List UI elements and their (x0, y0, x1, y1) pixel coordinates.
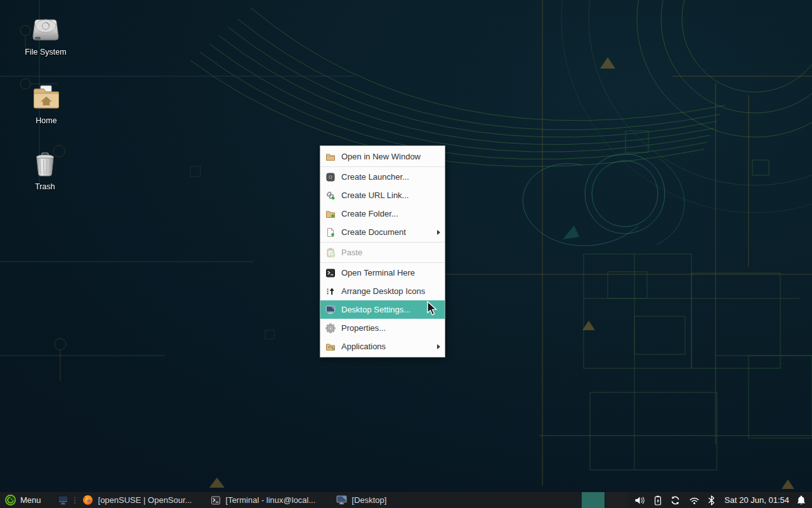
wifi-icon[interactable] (689, 495, 700, 505)
show-desktop-button[interactable] (56, 492, 70, 508)
menu-separator (320, 166, 445, 167)
menu-item-open-terminal-here[interactable]: Open Terminal Here (320, 264, 445, 282)
clock[interactable]: Sat 20 Jun, 01:54 (724, 495, 789, 505)
gear-icon (325, 323, 336, 333)
url-link-icon (325, 190, 336, 201)
workspace-2[interactable] (605, 492, 627, 508)
taskbar-window-firefox[interactable]: [openSUSE | OpenSour... (79, 492, 206, 508)
desktop-icon-trash[interactable]: Trash (15, 150, 75, 191)
menu-item-label: Open in New Window (341, 152, 421, 161)
menu-item-create-launcher[interactable]: Create Launcher... (320, 168, 445, 186)
bluetooth-icon[interactable] (708, 495, 715, 505)
applications-icon (325, 342, 336, 352)
menu-item-label: Create Folder... (341, 209, 398, 218)
panel-handle[interactable] (74, 497, 75, 504)
menu-item-label: Properties... (341, 323, 386, 333)
menu-item-label: Applications (341, 342, 386, 351)
menu-item-create-folder[interactable]: Create Folder... (320, 204, 445, 223)
document-new-icon (325, 227, 336, 237)
menu-item-open-in-new-window[interactable]: Open in New Window (320, 147, 445, 166)
sync-icon[interactable] (670, 495, 681, 505)
submenu-arrow-icon (437, 230, 440, 235)
workspace-1[interactable] (582, 492, 605, 508)
terminal-icon (211, 495, 221, 505)
menu-item-properties[interactable]: Properties... (320, 319, 445, 337)
folder-open-icon (325, 152, 336, 162)
firefox-icon (82, 495, 93, 505)
menu-item-label: Open Terminal Here (341, 268, 415, 277)
menu-separator (320, 262, 445, 263)
mouse-cursor (426, 301, 441, 318)
desktop-icon (336, 495, 347, 505)
display-icon (325, 305, 336, 315)
menu-item-label: Create URL Link... (341, 190, 409, 200)
desktop-icon-home[interactable]: Home (16, 83, 77, 125)
desktop-icon-label: Trash (15, 182, 75, 191)
menu-item-create-document[interactable]: Create Document (320, 223, 445, 241)
window-title: [openSUSE | OpenSour... (98, 495, 192, 505)
hard-drive-icon (30, 14, 61, 44)
menu-item-label: Create Document (341, 227, 406, 237)
trash-can-icon (30, 150, 60, 179)
taskbar-right-cluster: Sat 20 Jun, 01:54 (582, 492, 812, 508)
menu-separator (320, 242, 445, 243)
menu-item-label: Arrange Desktop Icons (341, 286, 425, 296)
window-title: [Terminal - linux@local... (226, 495, 316, 505)
taskbar: Menu [openSUSE | OpenSour... (0, 492, 812, 508)
submenu-arrow-icon (437, 344, 440, 349)
arrange-icons-icon (325, 286, 336, 297)
menu-item-label: Create Launcher... (341, 172, 409, 182)
volume-icon[interactable] (634, 495, 646, 505)
battery-charging-icon[interactable] (654, 495, 662, 505)
system-tray (634, 495, 715, 505)
launcher-icon (325, 172, 336, 182)
terminal-icon (325, 268, 336, 278)
desktop-context-menu: Open in New Window Create Launcher... Cr… (320, 145, 445, 358)
folder-new-icon (325, 209, 336, 219)
taskbar-window-terminal[interactable]: [Terminal - linux@local... (207, 492, 331, 508)
opensuse-geeko-icon (5, 495, 16, 505)
menu-button-label: Menu (20, 495, 41, 505)
window-title: [Desktop] (352, 495, 387, 505)
notification-bell[interactable] (796, 495, 806, 505)
applications-menu-button[interactable]: Menu (0, 492, 46, 508)
menu-item-label: Desktop Settings... (341, 305, 410, 314)
desktop-icon-label: File System (15, 48, 76, 57)
menu-item-label: Paste (341, 248, 362, 257)
desktop-icon-label: Home (16, 116, 77, 125)
menu-item-applications[interactable]: Applications (320, 337, 445, 356)
workspace-pager (582, 492, 627, 508)
home-folder-icon (31, 83, 62, 113)
menu-item-create-url-link[interactable]: Create URL Link... (320, 186, 445, 204)
desktop-surface[interactable]: File System Home Trash (0, 0, 812, 508)
taskbar-window-desktop[interactable]: [Desktop] (332, 492, 393, 508)
bell-icon (796, 495, 806, 505)
desktop-icon-file-system[interactable]: File System (15, 14, 76, 57)
paste-icon (325, 248, 336, 258)
menu-item-paste: Paste (320, 243, 445, 262)
menu-item-arrange-desktop-icons[interactable]: Arrange Desktop Icons (320, 282, 445, 300)
show-desktop-icon (58, 495, 69, 505)
